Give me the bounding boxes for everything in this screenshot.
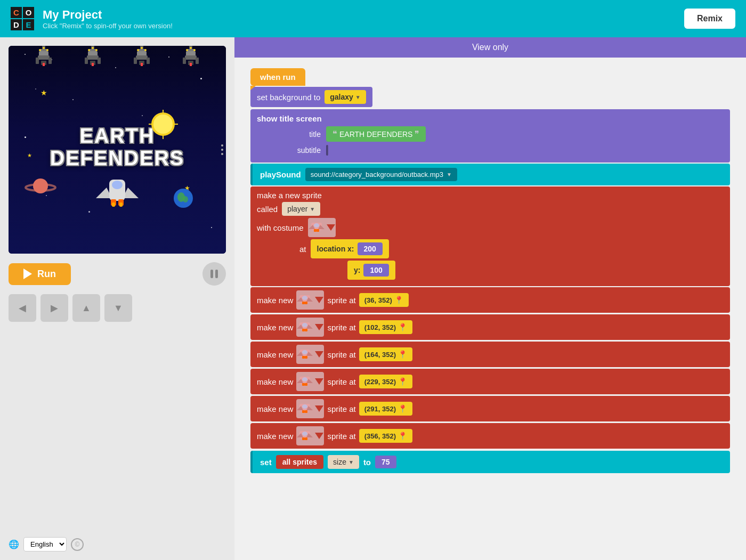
svg-rect-92 <box>302 383 305 386</box>
x-value[interactable]: 200 <box>358 242 383 255</box>
svg-point-91 <box>302 377 307 382</box>
svg-point-103 <box>302 432 307 436</box>
dropdown-arrow: ▼ <box>355 94 361 100</box>
sprite-row-5[interactable]: make new sprite at <box>250 423 730 449</box>
sound-value-block[interactable]: sound://category_background/outback.mp3 … <box>305 168 457 181</box>
remix-button[interactable]: Remix <box>684 9 735 29</box>
sprite-icon-3[interactable] <box>296 372 324 391</box>
sprite-at-label-1: sprite at <box>327 323 355 332</box>
sprite-row-3[interactable]: make new sprite at <box>250 369 730 394</box>
sprite-icon-4[interactable] <box>296 399 324 418</box>
all-sprites-block[interactable]: all sprites <box>276 455 323 469</box>
size-value: 75 <box>382 458 390 466</box>
language-select[interactable]: English <box>23 537 67 551</box>
pause-icon <box>210 270 218 278</box>
subtitle-row: subtitle <box>257 143 724 157</box>
make-new-sprite-container[interactable]: make a new sprite called player ▼ with c… <box>250 186 730 286</box>
galaxy-dropdown[interactable]: galaxy ▼ <box>325 90 366 104</box>
drag-dot <box>221 149 223 151</box>
project-title: My Project <box>43 8 676 22</box>
svg-rect-86 <box>302 356 305 359</box>
size-value-block[interactable]: 75 <box>375 456 396 468</box>
sprite-row-2[interactable]: make new sprite at <box>250 342 730 367</box>
svg-point-30 <box>144 49 147 51</box>
svg-point-79 <box>302 323 307 327</box>
copyright-icon: © <box>71 538 84 551</box>
player-dropdown[interactable]: player ▼ <box>282 202 320 216</box>
set-all-sprites-block[interactable]: set all sprites size ▼ to 75 <box>250 451 730 473</box>
costume-dropdown-arrow <box>327 224 335 231</box>
close-quote: ❞ <box>415 129 419 139</box>
location-x-label: location x: <box>317 245 354 253</box>
svg-rect-36 <box>185 55 197 60</box>
sprite-icon-1[interactable] <box>296 318 324 337</box>
title-value-block[interactable]: ❝ EARTH DEFENDERS ❞ <box>326 126 426 142</box>
subtitle-input[interactable] <box>326 145 328 156</box>
right-panel: View only when run set background to gal… <box>234 37 746 560</box>
sprite-icon-0[interactable] <box>296 290 324 310</box>
costume-selector[interactable] <box>308 218 336 237</box>
show-title-screen-block[interactable]: show title screen title ❝ EARTH DEFENDER… <box>250 109 730 163</box>
svg-rect-16 <box>98 58 101 64</box>
coord-2[interactable]: (164, 352) 📍 <box>359 347 412 361</box>
location-block[interactable]: location x: 200 <box>311 239 389 258</box>
svg-point-41 <box>193 49 196 51</box>
coord-0[interactable]: (36, 352) 📍 <box>359 293 409 307</box>
coord-val-3: (229, 352) <box>364 378 396 386</box>
logo-e: E <box>23 19 34 30</box>
logo: C O D E <box>11 7 34 30</box>
run-button[interactable]: Run <box>9 263 71 285</box>
run-label: Run <box>37 269 56 280</box>
coord-4[interactable]: (291, 352) 📍 <box>359 402 412 416</box>
svg-point-19 <box>95 49 98 51</box>
when-run-block[interactable]: when run <box>250 68 305 86</box>
show-title-screen-label: show title screen <box>257 114 322 123</box>
set-background-label: set background to <box>257 93 320 102</box>
svg-rect-99 <box>305 410 307 413</box>
sprite-at-label-3: sprite at <box>327 377 355 386</box>
sprite-icon-5[interactable] <box>296 426 324 445</box>
sprite-row-0[interactable]: make new sprite at <box>250 287 730 313</box>
coord-3[interactable]: (229, 352) 📍 <box>359 375 412 388</box>
coord-val-4: (291, 352) <box>364 405 396 413</box>
with-costume-label: with costume <box>257 223 304 232</box>
nav-right-button[interactable]: ▶ <box>40 294 68 322</box>
called-label: called <box>257 205 278 214</box>
play-sound-block[interactable]: playSound sound://category_background/ou… <box>250 164 730 185</box>
galaxy-label: galaxy <box>330 93 353 101</box>
view-only-bar: View only <box>234 37 746 58</box>
sprite-at-label-0: sprite at <box>327 296 355 305</box>
coord-5[interactable]: (356, 352) 📍 <box>359 429 412 443</box>
y-value[interactable]: 100 <box>363 264 388 277</box>
svg-rect-26 <box>134 58 137 64</box>
nav-up-button[interactable]: ▲ <box>72 294 100 322</box>
top-ship-1 <box>36 46 52 72</box>
nav-controls: ◀ ▶ ▲ ▼ <box>9 294 226 322</box>
coord-1[interactable]: (102, 352) 📍 <box>359 320 412 334</box>
svg-rect-38 <box>196 58 199 64</box>
show-title-row: show title screen <box>257 112 724 125</box>
svg-rect-62 <box>112 202 115 207</box>
svg-point-85 <box>302 350 307 354</box>
sprite-row-1[interactable]: make new sprite at <box>250 314 730 340</box>
at-label: at <box>299 245 306 254</box>
nav-down-button[interactable]: ▼ <box>104 294 132 322</box>
set-background-block[interactable]: set background to galaxy ▼ <box>250 87 372 107</box>
svg-rect-3 <box>38 55 50 60</box>
pause-bar-2 <box>215 270 218 278</box>
svg-rect-27 <box>147 58 150 64</box>
play-sound-label: playSound <box>260 170 301 179</box>
size-dropdown[interactable]: size ▼ <box>328 455 359 469</box>
code-area[interactable]: when run set background to galaxy ▼ show… <box>234 58 746 560</box>
make-new-sprite-label-row: make a new sprite <box>257 191 724 200</box>
nav-left-button[interactable]: ◀ <box>9 294 36 322</box>
size-dropdown-arrow: ▼ <box>348 459 354 465</box>
pause-button[interactable] <box>202 262 226 286</box>
sun <box>149 110 178 141</box>
drag-handle[interactable] <box>218 140 226 159</box>
all-sprites-label: all sprites <box>282 458 317 466</box>
sprite-icon-2[interactable] <box>296 345 324 364</box>
sprite-row-4[interactable]: make new sprite at <box>250 396 730 421</box>
svg-point-18 <box>92 47 94 49</box>
y-location-block[interactable]: y: 100 <box>347 261 395 280</box>
